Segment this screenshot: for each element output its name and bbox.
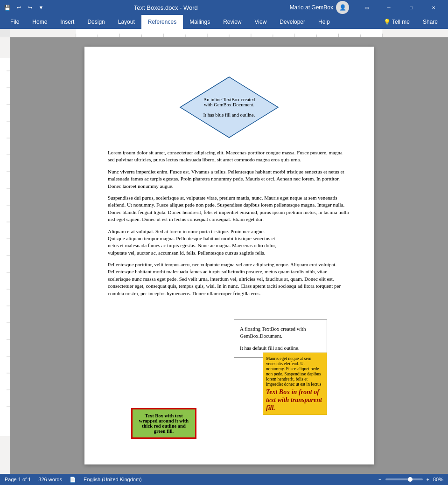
- tab-home[interactable]: Home: [26, 15, 54, 29]
- close-btn[interactable]: ✕: [423, 0, 444, 15]
- ruler-corner: [0, 29, 10, 37]
- paragraph-5: Pellentesque porttitor, velit tempus arc…: [108, 261, 350, 297]
- diamond-shape[interactable]: An inline TextBox created with GemBox.Do…: [178, 75, 280, 140]
- tab-review[interactable]: Review: [217, 15, 248, 29]
- tab-design[interactable]: Design: [81, 15, 111, 29]
- main-area: An inline TextBox created with GemBox.Do…: [0, 37, 448, 474]
- floating-textbox-line1: A floating TextBox created with GemBox.D…: [240, 326, 321, 340]
- tab-mailings[interactable]: Mailings: [183, 15, 217, 29]
- title-bar: 💾 ↩ ↪ ▼ Text Boxes.docx - Word Mario at …: [0, 0, 448, 15]
- diamond-textbox-container: An inline TextBox created with GemBox.Do…: [108, 75, 350, 140]
- window-controls: ▭ ─ □ ✕: [356, 0, 444, 15]
- title-bar-title: Text Boxes.docx - Word: [45, 4, 287, 11]
- zoom-controls: − + 80%: [378, 477, 443, 482]
- horizontal-ruler: [0, 29, 448, 37]
- ribbon-display-btn[interactable]: ▭: [356, 0, 377, 15]
- vertical-ruler: [0, 37, 10, 474]
- undo-icon[interactable]: ↩: [15, 4, 22, 11]
- quick-access-toolbar: 💾 ↩ ↪ ▼: [4, 4, 45, 11]
- share-button[interactable]: Share: [416, 15, 444, 29]
- tab-developer[interactable]: Developer: [273, 15, 312, 29]
- doc-icon: 📄: [70, 477, 76, 483]
- tab-view[interactable]: View: [248, 15, 273, 29]
- ribbon-tabs: File Home Insert Design Layout Reference…: [0, 15, 448, 29]
- tab-help[interactable]: Help: [312, 15, 336, 29]
- paragraph-3: Suspendisse dui purus, scelerisque at, v…: [108, 194, 350, 223]
- maximize-btn[interactable]: □: [400, 0, 422, 15]
- ribbon: File Home Insert Design Layout Reference…: [0, 15, 448, 29]
- zoom-thumb[interactable]: [408, 477, 413, 482]
- yellow-textbox[interactable]: Mauris eget neque at sem venenatis eleif…: [263, 353, 327, 415]
- zoom-minus[interactable]: −: [378, 477, 381, 482]
- yellow-textbox-bold-text: Text Box in front of text with transpare…: [266, 388, 324, 412]
- paragraph-4: Aliquam erat volutpat. Sed at lorem in n…: [108, 228, 281, 257]
- floating-textbox[interactable]: A floating TextBox created with GemBox.D…: [234, 319, 327, 358]
- user-section[interactable]: Mario at GemBox 👤: [287, 1, 352, 14]
- ruler-scale: [10, 29, 448, 37]
- minimize-btn[interactable]: ─: [378, 0, 399, 15]
- page-info: Page 1 of 1: [5, 477, 31, 482]
- tell-me-input[interactable]: 💡 Tell me: [377, 15, 416, 29]
- paragraph-2: Nunc viverra imperdiet enim. Fusce est. …: [108, 168, 350, 190]
- status-bar: Page 1 of 1 326 words 📄 English (United …: [0, 474, 448, 485]
- tab-references[interactable]: References: [141, 15, 183, 29]
- diamond-textbox-text: An inline TextBox created with GemBox.Do…: [196, 97, 262, 118]
- tab-layout[interactable]: Layout: [112, 15, 141, 29]
- document-area[interactable]: An inline TextBox created with GemBox.Do…: [10, 37, 448, 474]
- customize-quick-access-icon[interactable]: ▼: [37, 4, 45, 11]
- title-bar-right: Mario at GemBox 👤 ▭ ─ □ ✕: [287, 0, 444, 15]
- document-page: An inline TextBox created with GemBox.Do…: [84, 47, 374, 464]
- svg-rect-18: [0, 58, 10, 436]
- zoom-plus[interactable]: +: [427, 477, 429, 482]
- zoom-slider[interactable]: [385, 478, 423, 480]
- zoom-level: 80%: [433, 477, 443, 482]
- tab-file[interactable]: File: [4, 15, 26, 29]
- green-textbox[interactable]: Text Box with text wrapped around it wit…: [131, 408, 196, 439]
- word-count: 326 words: [38, 477, 62, 482]
- paragraph-1: Lorem ipsum dolor sit amet, consectetuer…: [108, 149, 350, 164]
- user-avatar: 👤: [336, 1, 349, 14]
- tab-insert[interactable]: Insert: [54, 15, 81, 29]
- floating-textbox-line2: It has default fill and outline.: [240, 345, 321, 352]
- save-icon[interactable]: 💾: [4, 4, 11, 11]
- redo-icon[interactable]: ↪: [26, 4, 34, 11]
- language: English (United Kingdom): [84, 477, 142, 482]
- text-content-area: Mauris eget neque at sem venenatis eleif…: [108, 149, 350, 395]
